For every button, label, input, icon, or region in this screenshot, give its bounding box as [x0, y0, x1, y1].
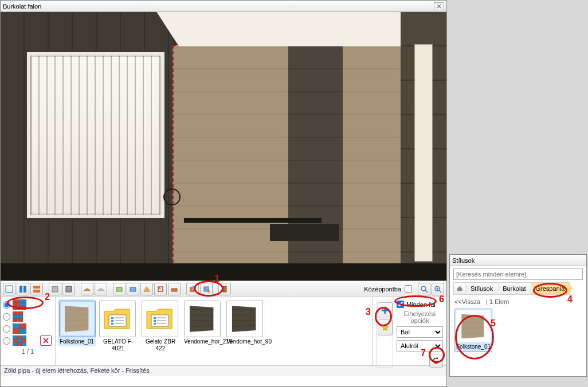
svg-rect-54 — [111, 323, 113, 325]
svg-rect-20 — [23, 299, 26, 303]
page-counter: 1 / 1 — [3, 348, 53, 355]
svg-rect-60 — [154, 320, 156, 322]
svg-rect-27 — [19, 306, 23, 310]
svg-point-13 — [207, 290, 210, 293]
svg-rect-21 — [13, 303, 16, 306]
refresh-button[interactable] — [429, 354, 443, 368]
tool-button-10[interactable] — [140, 283, 153, 295]
tool-button-6[interactable] — [81, 283, 93, 295]
mode-column: 1 / 1 — [1, 297, 56, 365]
svg-rect-8 — [130, 287, 136, 291]
tool-button-13[interactable] — [186, 283, 199, 295]
svg-rect-39 — [19, 323, 26, 329]
plus-icon — [381, 306, 389, 314]
viewport-3d[interactable] — [1, 12, 446, 281]
delete-button[interactable] — [40, 335, 52, 346]
close-button[interactable] — [434, 2, 444, 10]
tool-button-7[interactable] — [95, 283, 107, 295]
browser: 1 / 1 Folkstone_01 GELATO F-4021 — [1, 297, 446, 366]
count-label: | 1 Elem — [486, 298, 509, 305]
mode-radio-4[interactable] — [3, 337, 10, 345]
thumb-vendome-90[interactable]: Vendome_hor_90 — [226, 301, 264, 345]
svg-rect-31 — [19, 311, 23, 315]
thumb-folkstone[interactable]: Folkstone_01 — [58, 299, 96, 346]
svg-rect-9 — [171, 289, 177, 291]
search-row — [453, 268, 583, 280]
svg-rect-41 — [19, 329, 26, 334]
svg-rect-44 — [22, 335, 26, 339]
center-checkbox[interactable] — [405, 285, 412, 293]
svg-point-15 — [421, 286, 426, 291]
grid-icon-b — [13, 311, 26, 322]
tool-button-12[interactable] — [168, 283, 181, 295]
x-icon — [43, 338, 49, 343]
svg-rect-35 — [13, 318, 16, 322]
magnifier-plus-icon — [434, 285, 442, 293]
tool-button-15[interactable] — [218, 283, 231, 295]
svg-rect-22 — [16, 303, 19, 306]
mode-radio-1[interactable] — [3, 301, 10, 309]
titlebar: Burkolat falon — [1, 1, 446, 12]
add-button[interactable] — [378, 302, 393, 318]
window-title: Burkolat falon — [3, 3, 434, 10]
star-icon — [381, 323, 389, 331]
svg-rect-5 — [52, 286, 58, 292]
fav-button[interactable] — [378, 319, 393, 335]
back-link[interactable]: <<Vissza — [454, 298, 480, 305]
svg-rect-32 — [13, 315, 16, 318]
thumb-vendome-210[interactable]: Vendome_hor_210 — [184, 301, 222, 345]
panel-titlebar: Stílusok — [450, 255, 586, 266]
breadcrumb-home[interactable] — [453, 282, 466, 295]
tool-button-4[interactable] — [49, 283, 61, 295]
svg-rect-3 — [33, 286, 40, 289]
breadcrumb-1[interactable]: Stílusok — [466, 282, 498, 295]
svg-rect-46 — [17, 339, 22, 342]
svg-rect-50 — [22, 342, 26, 346]
svg-rect-18 — [16, 299, 19, 303]
svg-rect-26 — [16, 306, 19, 310]
main-window: Burkolat falon — [0, 0, 447, 387]
search-input[interactable] — [453, 268, 583, 280]
svg-rect-37 — [19, 318, 23, 322]
mode-radio-3[interactable] — [3, 325, 10, 333]
tool-button-5[interactable] — [62, 283, 75, 295]
thumb-gelato-f[interactable]: GELATO F-4021 — [99, 301, 137, 352]
tool-zoom2-icon[interactable] — [432, 283, 444, 295]
svg-rect-61 — [154, 323, 156, 325]
panel-title: Stílusok — [452, 257, 584, 264]
thumb-gelato-zbr[interactable]: Gelato ZBR 422 — [142, 301, 179, 352]
tool-button-11[interactable] — [154, 283, 167, 295]
svg-rect-43 — [17, 335, 22, 339]
svg-rect-7 — [116, 287, 122, 291]
thumbnail-strip: Folkstone_01 GELATO F-4021 — [56, 297, 372, 365]
all-walls-checkbox[interactable] — [397, 301, 404, 308]
tool-button-14[interactable] — [200, 283, 213, 295]
align-select[interactable]: Bal — [397, 326, 443, 338]
svg-rect-24 — [23, 303, 26, 306]
grid-icon-a — [13, 299, 26, 310]
breadcrumb-3[interactable]: Grespania — [531, 282, 570, 295]
tool-button-1[interactable] — [3, 283, 15, 295]
svg-rect-4 — [33, 290, 40, 293]
scene — [1, 12, 446, 281]
svg-rect-49 — [17, 342, 22, 346]
grid-icon-c — [13, 323, 26, 334]
svg-rect-45 — [13, 339, 17, 342]
tool-button-8[interactable] — [113, 283, 126, 295]
tool-zoom-icon[interactable] — [418, 283, 430, 295]
mode-radio-2[interactable] — [3, 313, 10, 321]
tool-button-9[interactable] — [127, 283, 139, 295]
style-item-folkstone[interactable]: Folkstone_01 — [454, 309, 492, 352]
svg-rect-19 — [19, 299, 23, 303]
tool-button-3[interactable] — [30, 283, 43, 295]
svg-rect-40 — [13, 329, 19, 334]
close-icon — [437, 4, 441, 9]
folder-icon — [103, 307, 132, 331]
vertical-buttons — [376, 301, 393, 368]
breadcrumb-2[interactable]: Burkolat — [498, 282, 531, 295]
from-select[interactable]: Alulról — [397, 340, 443, 352]
svg-rect-29 — [13, 311, 16, 315]
tool-button-2[interactable] — [17, 283, 29, 295]
magnifier-icon — [420, 285, 428, 293]
svg-rect-42 — [13, 335, 17, 339]
